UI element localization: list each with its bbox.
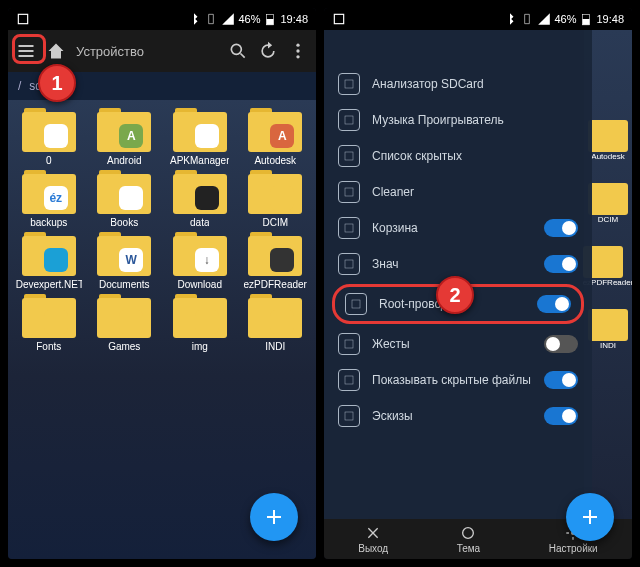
toggle-switch[interactable] bbox=[544, 371, 578, 389]
folder-label: Fonts bbox=[36, 341, 61, 352]
toggle-switch[interactable] bbox=[544, 335, 578, 353]
battery-percent: 46% bbox=[238, 13, 260, 25]
plus-icon bbox=[578, 505, 602, 529]
plus-icon bbox=[262, 505, 286, 529]
drawer-item-label: Показывать скрытые файлы bbox=[372, 373, 531, 387]
folder-icon bbox=[246, 170, 304, 214]
drawer-item[interactable]: Cleaner bbox=[324, 174, 592, 210]
drawer-item-label: Список скрытых bbox=[372, 149, 462, 163]
signal-icon bbox=[221, 12, 235, 26]
folder-icon bbox=[171, 108, 229, 152]
toggle-switch[interactable] bbox=[537, 295, 571, 313]
folder-item[interactable]: 0 bbox=[12, 108, 86, 166]
svg-rect-18 bbox=[345, 376, 353, 384]
toggle-switch[interactable] bbox=[544, 219, 578, 237]
drawer-item[interactable]: Жесты bbox=[324, 326, 592, 362]
drawer-item-label: Корзина bbox=[372, 221, 418, 235]
svg-rect-10 bbox=[345, 80, 353, 88]
svg-point-6 bbox=[296, 55, 299, 58]
menu-icon[interactable] bbox=[16, 41, 36, 61]
app-icon bbox=[16, 12, 30, 26]
svg-rect-14 bbox=[345, 224, 353, 232]
toggle-switch[interactable] bbox=[544, 407, 578, 425]
folder-item[interactable]: ezPDFReader bbox=[239, 232, 313, 290]
drawer-item-label: Музыка Проигрыватель bbox=[372, 113, 504, 127]
vibrate-icon bbox=[520, 12, 534, 26]
folder-label: Games bbox=[108, 341, 140, 352]
folder-label: Android bbox=[107, 155, 141, 166]
statusbar: 46% 19:48 bbox=[324, 8, 632, 30]
bluetooth-icon bbox=[187, 12, 201, 26]
folder-label: data bbox=[190, 217, 209, 228]
drawer-item[interactable]: Музыка Проигрыватель bbox=[324, 102, 592, 138]
peek-label: DCIM bbox=[588, 215, 628, 224]
folder-item[interactable]: INDI bbox=[239, 294, 313, 352]
folder-item[interactable]: Books bbox=[88, 170, 162, 228]
statusbar: 46% 19:48 bbox=[8, 8, 316, 30]
drawer-item[interactable]: Корзина bbox=[324, 210, 592, 246]
folder-item[interactable]: éz backups bbox=[12, 170, 86, 228]
folder-icon: ↓ bbox=[171, 232, 229, 276]
drawer-item-icon bbox=[338, 73, 360, 95]
toggle-switch[interactable] bbox=[544, 255, 578, 273]
folder-label: APKManager bbox=[170, 155, 229, 166]
folder-icon bbox=[171, 294, 229, 338]
drawer-item[interactable]: Показывать скрытые файлы bbox=[324, 362, 592, 398]
svg-rect-11 bbox=[345, 116, 353, 124]
folder-item[interactable]: A Autodesk bbox=[239, 108, 313, 166]
bottombar-label: Настройки bbox=[549, 543, 598, 554]
drawer-item-icon bbox=[338, 109, 360, 131]
folder-item[interactable]: Fonts bbox=[12, 294, 86, 352]
battery-percent: 46% bbox=[554, 13, 576, 25]
bottombar-label: Выход bbox=[358, 543, 388, 554]
peek-folder[interactable]: DCIM bbox=[588, 183, 628, 224]
bottombar-выход[interactable]: Выход bbox=[358, 525, 388, 554]
battery-icon bbox=[579, 12, 593, 26]
folder-icon bbox=[20, 108, 78, 152]
crumb-root[interactable]: / bbox=[18, 79, 21, 93]
folder-icon: A bbox=[246, 108, 304, 152]
folder-label: Documents bbox=[99, 279, 150, 290]
device-label[interactable]: Устройство bbox=[76, 44, 144, 59]
folder-label: Download bbox=[178, 279, 222, 290]
drawer-item[interactable]: Эскизы bbox=[324, 398, 592, 434]
peek-folder[interactable]: Autodesk bbox=[588, 120, 628, 161]
folder-item[interactable]: img bbox=[163, 294, 237, 352]
svg-rect-12 bbox=[345, 152, 353, 160]
folder-label: Autodesk bbox=[254, 155, 296, 166]
folder-icon bbox=[95, 170, 153, 214]
svg-rect-0 bbox=[18, 14, 27, 23]
drawer-item-label: Жесты bbox=[372, 337, 410, 351]
folder-icon bbox=[171, 170, 229, 214]
bottombar-тема[interactable]: Тема bbox=[457, 525, 481, 554]
bluetooth-icon bbox=[503, 12, 517, 26]
drawer-item-label: Знач bbox=[372, 257, 399, 271]
folder-item[interactable]: Games bbox=[88, 294, 162, 352]
drawer-item[interactable]: Анализатор SDCard bbox=[324, 66, 592, 102]
peek-folder[interactable]: INDI bbox=[588, 309, 628, 350]
folder-item[interactable]: APKManager bbox=[163, 108, 237, 166]
drawer-item-icon bbox=[345, 293, 367, 315]
search-icon[interactable] bbox=[228, 41, 248, 61]
home-icon[interactable] bbox=[46, 41, 66, 61]
left-phone: 46% 19:48 Устройство / sdcard 0 A Androi… bbox=[8, 8, 316, 559]
svg-rect-7 bbox=[334, 14, 343, 23]
settings-drawer: Анализатор SDCard Музыка Проигрыватель С… bbox=[324, 30, 592, 519]
drawer-item-icon bbox=[338, 145, 360, 167]
drawer-item[interactable]: Список скрытых bbox=[324, 138, 592, 174]
svg-point-3 bbox=[231, 44, 241, 54]
folder-item[interactable]: A Android bbox=[88, 108, 162, 166]
overflow-icon[interactable] bbox=[288, 41, 308, 61]
drawer-item-icon bbox=[338, 253, 360, 275]
bottombar-label: Тема bbox=[457, 543, 481, 554]
fab-add[interactable] bbox=[250, 493, 298, 541]
refresh-icon[interactable] bbox=[258, 41, 278, 61]
folder-item[interactable]: data bbox=[163, 170, 237, 228]
folder-item[interactable]: ↓ Download bbox=[163, 232, 237, 290]
folder-item[interactable]: Devexpert.NET bbox=[12, 232, 86, 290]
signal-icon bbox=[537, 12, 551, 26]
fab-add[interactable] bbox=[566, 493, 614, 541]
folder-item[interactable]: DCIM bbox=[239, 170, 313, 228]
folder-icon bbox=[20, 294, 78, 338]
folder-item[interactable]: W Documents bbox=[88, 232, 162, 290]
